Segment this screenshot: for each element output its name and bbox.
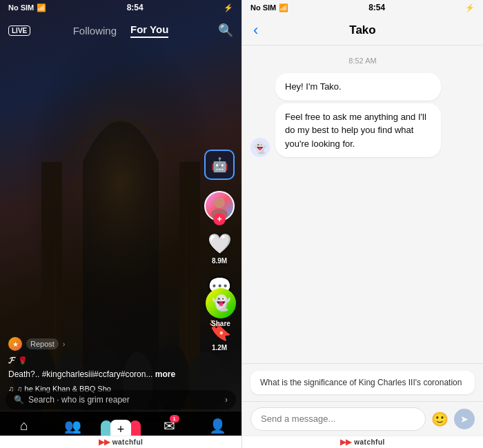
- watchful-logo-right: ▶▶: [340, 438, 351, 447]
- chat-bubble-2: Feel free to ask me anything and I'll do…: [275, 103, 441, 158]
- chat-title: Tako: [349, 23, 375, 37]
- bot-avatar-1: 👻: [250, 138, 270, 157]
- chat-body: 8:52 AM 👻 Hey! I'm Tako. Feel free to as…: [242, 45, 483, 363]
- right-time: 8:54: [368, 3, 385, 12]
- like-action[interactable]: 🤍 8.9M: [208, 232, 232, 265]
- watchful-label-right: watchful: [354, 438, 385, 446]
- heart-icon: 🤍: [208, 232, 232, 255]
- back-button[interactable]: ‹: [253, 21, 258, 39]
- nav-tabs: Following For You: [73, 23, 169, 38]
- bot-bubbles: Hey! I'm Tako. Feel free to ask me anyth…: [275, 73, 441, 157]
- right-carrier-label: No SIM: [250, 3, 276, 12]
- follow-plus-button[interactable]: +: [213, 213, 226, 225]
- right-carrier: No SIM 📶: [250, 3, 288, 12]
- watchful-label-left: watchful: [112, 438, 144, 446]
- video-author-row: ★ Repost ›: [8, 337, 193, 351]
- video-username[interactable]: 𝓕 🌹: [8, 355, 193, 366]
- question-area: What is the significance of King Charles…: [242, 363, 483, 401]
- live-badge[interactable]: LIVE: [8, 26, 30, 36]
- for-you-tab[interactable]: For You: [130, 23, 168, 38]
- send-icon: ➤: [460, 414, 469, 425]
- search-prefix: 🔍: [14, 395, 24, 405]
- bot-message-row-1: 👻 Hey! I'm Tako. Feel free to ask me any…: [250, 73, 475, 157]
- emoji-button[interactable]: 🙂: [431, 411, 448, 427]
- watchful-footer-right: ▶▶ watchful: [242, 436, 483, 448]
- question-text: What is the significance of King Charles…: [260, 378, 462, 387]
- right-battery: ⚡: [465, 3, 475, 12]
- battery-indicator: ⚡: [224, 3, 233, 12]
- status-bar: No SIM 📶 8:54 ⚡: [0, 0, 241, 15]
- header-nav: LIVE Following For You 🔍: [0, 15, 241, 45]
- share-action[interactable]: 👻 Share: [206, 288, 236, 327]
- video-description: Death?.. #kingcharlesiii#ccfary#coron...…: [8, 369, 193, 380]
- inbox-wrap: ✉ 1: [164, 418, 175, 434]
- bot-icon: 👻: [253, 141, 267, 154]
- chat-input[interactable]: [250, 407, 426, 431]
- more-link[interactable]: more: [155, 369, 175, 379]
- right-panel: No SIM 📶 8:54 ⚡ ‹ Tako 8:52 AM 👻 Hey! I'…: [242, 0, 483, 448]
- right-wifi-icon: 📶: [279, 3, 288, 12]
- search-icon[interactable]: 🔍: [218, 23, 233, 38]
- share-label: Share: [211, 320, 230, 327]
- video-info: ★ Repost › 𝓕 🌹 Death?.. #kingcharlesiii#…: [8, 337, 193, 393]
- search-arrow-icon: ›: [225, 395, 228, 405]
- repost-arrow: ›: [63, 340, 66, 348]
- watchful-logo-left: ▶▶: [99, 438, 110, 447]
- home-icon: ⌂: [20, 418, 28, 434]
- time-display: 8:54: [127, 3, 144, 12]
- bubble-text-1: Hey! I'm Tako.: [285, 81, 342, 92]
- wifi-icon: 📶: [37, 3, 46, 12]
- chat-bubble-1: Hey! I'm Tako.: [275, 73, 441, 101]
- question-bubble: What is the significance of King Charles…: [250, 371, 475, 394]
- inbox-badge: 1: [170, 415, 179, 422]
- send-button[interactable]: ➤: [454, 409, 475, 429]
- bookmark-count: 1.2M: [212, 344, 227, 352]
- share-icon: 👻: [206, 288, 236, 318]
- following-tab[interactable]: Following: [73, 25, 117, 37]
- ai-avatar[interactable]: 🤖: [204, 150, 235, 180]
- carrier-label: No SIM: [8, 3, 34, 12]
- search-bar[interactable]: 🔍 Search · who is grim reaper ›: [6, 390, 236, 409]
- profile-icon: 👤: [209, 418, 226, 434]
- creator-avatar-wrap[interactable]: +: [204, 191, 235, 221]
- author-icon: ★: [8, 337, 22, 351]
- left-panel: No SIM 📶 8:54 ⚡ LIVE Following For You 🔍…: [0, 0, 241, 448]
- chat-input-row: 🙂 ➤: [242, 401, 483, 436]
- watchful-footer-left: ▶▶ watchful: [0, 436, 241, 448]
- right-status-bar: No SIM 📶 8:54 ⚡: [242, 0, 483, 15]
- repost-button[interactable]: Repost: [26, 338, 59, 349]
- friends-icon: 👥: [64, 418, 81, 434]
- chat-timestamp: 8:52 AM: [250, 57, 475, 65]
- battery-icon: ⚡: [224, 3, 233, 12]
- bubble-text-2: Feel free to ask me anything and I'll do…: [285, 112, 426, 149]
- svg-point-9: [214, 197, 225, 208]
- chat-header: ‹ Tako: [242, 15, 483, 45]
- search-query: Search · who is grim reaper: [28, 395, 221, 405]
- like-count: 8.9M: [212, 257, 227, 265]
- carrier-signal: No SIM 📶: [8, 3, 46, 12]
